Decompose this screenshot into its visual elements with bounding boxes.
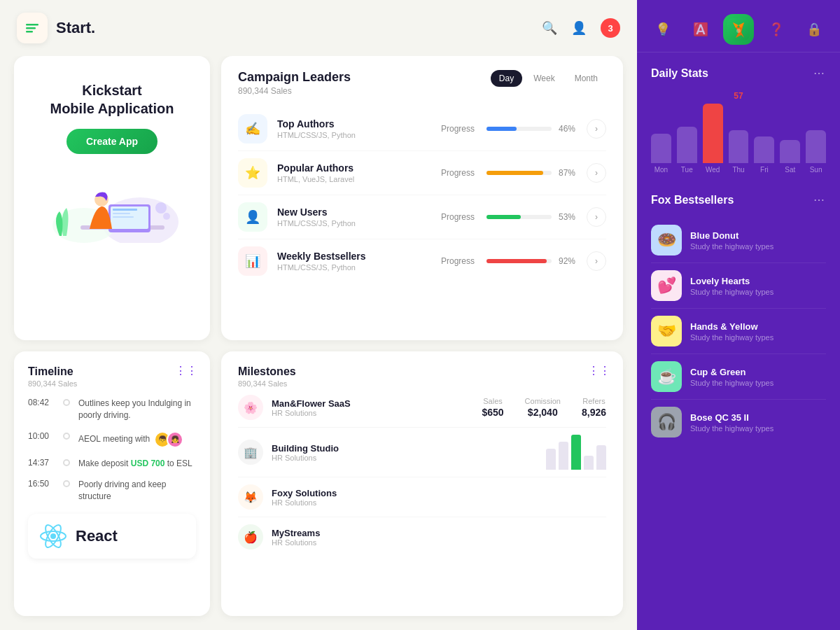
progress-bar — [486, 215, 521, 219]
bar-day-label: Tue — [681, 166, 693, 174]
svg-rect-8 — [113, 209, 137, 211]
svg-point-13 — [163, 213, 170, 220]
milestone-row: 🍎 MyStreams HR Solutions — [238, 517, 606, 556]
progress-bar-container — [486, 127, 552, 131]
header-icons: 🔍 👤 3 — [542, 18, 620, 38]
sidebar-icon-bulb[interactable]: 💡 — [648, 14, 678, 45]
bar-col: Sat — [780, 140, 800, 174]
campaign-subtitle: 890,344 Sales — [238, 86, 351, 96]
kickstart-title: Kickstart Mobile Application — [50, 81, 174, 118]
bar-chart: Mon Tue Wed Thu Fri Sat Sun — [651, 104, 826, 174]
bar — [754, 136, 774, 163]
leader-row: ✍️ Top Authors HTML/CSS/JS, Python Progr… — [238, 107, 606, 151]
progress-label: Progress — [441, 168, 479, 178]
bestseller-thumbnail: 🤝 — [651, 316, 682, 346]
timeline-card: Timeline 890,344 Sales ⋮⋮ 08:42 Outlines… — [14, 351, 210, 616]
highlight-bar — [703, 104, 723, 163]
bestseller-subtitle: Study the highway types — [690, 379, 774, 387]
create-app-button[interactable]: Create App — [66, 129, 158, 154]
progress-label: Progress — [441, 124, 479, 134]
filter-week[interactable]: Week — [525, 70, 563, 87]
bestseller-item: 🤝 Hands & Yellow Study the highway types — [651, 309, 826, 354]
bestseller-info: Lovely Hearts Study the highway types — [690, 276, 774, 296]
milestone-icon: 🏢 — [238, 440, 263, 465]
leader-name: New Users — [277, 206, 441, 218]
bar-col: Wed — [703, 104, 723, 174]
react-badge: React — [28, 514, 196, 559]
bestseller-subtitle: Study the highway types — [690, 288, 774, 296]
leader-chevron[interactable]: › — [587, 251, 606, 271]
leader-chevron[interactable]: › — [587, 163, 606, 183]
bestseller-item: 💕 Lovely Hearts Study the highway types — [651, 263, 826, 309]
sidebar-icon-lock[interactable]: 🔒 — [799, 14, 830, 45]
milestones-card: Milestones 890,344 Sales ⋮⋮ 🌸 Man&Flower… — [221, 351, 623, 616]
svg-rect-1 — [26, 27, 36, 29]
leader-tags: HTML/CSS/JS, Python — [277, 219, 441, 227]
sidebar-icon-fox[interactable] — [723, 14, 754, 45]
bestseller-item: ☕ Cup & Green Study the highway types — [651, 354, 826, 400]
bestseller-info: Hands & Yellow Study the highway types — [690, 321, 774, 342]
right-sidebar: 💡 🅰️ ❓ 🔒 Daily Stats ⋯ 57 Mon Tue — [637, 0, 840, 630]
bestseller-thumbnail: 🍩 — [651, 225, 682, 255]
milestone-name: Foxy Solutions — [272, 488, 337, 498]
sidebar-icon-alpha[interactable]: 🅰️ — [685, 14, 716, 45]
progress-pct: 46% — [559, 124, 581, 134]
leader-icon: ⭐ — [238, 158, 267, 188]
leader-name: Top Authors — [277, 118, 441, 130]
bestseller-name: Hands & Yellow — [690, 321, 774, 332]
sidebar-icon-question[interactable]: ❓ — [761, 14, 792, 45]
timeline-menu[interactable]: ⋮⋮ — [175, 364, 197, 377]
progress-bar-container — [486, 259, 552, 263]
milestone-type: HR Solutions — [272, 538, 320, 547]
bestseller-info: Blue Donut Study the highway types — [690, 230, 774, 251]
daily-stats-menu[interactable]: ⋯ — [813, 66, 826, 80]
bestseller-name: Bose QC 35 II — [690, 412, 774, 423]
leader-info: Popular Authors HTML, VueJS, Laravel — [277, 162, 441, 183]
svg-point-22 — [736, 29, 741, 33]
bestseller-subtitle: Study the highway types — [690, 242, 774, 251]
filter-month[interactable]: Month — [566, 70, 606, 87]
progress-bar — [486, 259, 547, 263]
filter-day[interactable]: Day — [491, 70, 522, 87]
leader-info: Top Authors HTML/CSS/JS, Python — [277, 118, 441, 139]
progress-pct: 87% — [559, 168, 581, 178]
progress-section: Progress 53% — [441, 212, 581, 222]
progress-label: Progress — [441, 256, 479, 266]
fox-bestsellers-menu[interactable]: ⋯ — [813, 193, 826, 206]
milestone-name: Building Studio — [272, 443, 339, 454]
milestones-menu[interactable]: ⋮⋮ — [588, 364, 610, 377]
leader-info: Weekly Bestsellers HTML/CSS/JS, Python — [277, 251, 441, 272]
bar-day-label: Sun — [810, 166, 822, 174]
milestone-type: HR Solutions — [272, 498, 337, 507]
leader-name: Weekly Bestsellers — [277, 251, 441, 262]
bestseller-name: Cup & Green — [690, 367, 774, 377]
milestone-icon: 🌸 — [238, 395, 263, 420]
search-icon[interactable]: 🔍 — [542, 20, 557, 36]
leader-name: Popular Authors — [277, 162, 441, 174]
bar-day-label: Mon — [654, 166, 668, 174]
notification-badge[interactable]: 3 — [601, 18, 620, 38]
progress-pct: 53% — [559, 212, 581, 222]
timeline-item: 10:00 AEOL meeting with 👦 👧 — [28, 431, 196, 448]
milestone-row: 🌸 Man&Flower SaaS HR Solutions Sales $65… — [238, 388, 606, 428]
leader-chevron[interactable]: › — [587, 207, 606, 227]
daily-stats-section: Daily Stats ⋯ 57 Mon Tue Wed Thu Fri Sat… — [637, 52, 840, 186]
logo-text: Start. — [56, 19, 95, 37]
daily-stats-title: Daily Stats — [651, 67, 708, 80]
milestone-name: MyStreams — [272, 528, 320, 538]
user-icon[interactable]: 👤 — [571, 20, 587, 36]
svg-rect-10 — [113, 216, 134, 218]
milestone-icon: 🦊 — [238, 484, 263, 510]
svg-point-14 — [50, 533, 56, 539]
milestone-stats: Sales $650 Comission $2,040 Refers 8,926 — [482, 397, 606, 418]
leader-chevron[interactable]: › — [587, 119, 606, 139]
bestseller-name: Lovely Hearts — [690, 276, 774, 286]
svg-rect-9 — [113, 213, 130, 214]
bar-day-label: Thu — [732, 166, 744, 174]
bar — [729, 130, 749, 163]
bestseller-name: Blue Donut — [690, 230, 774, 241]
fox-bestsellers-section: Fox Bestsellers ⋯ 🍩 Blue Donut Study the… — [637, 186, 840, 630]
svg-rect-2 — [26, 31, 33, 33]
progress-section: Progress 92% — [441, 256, 581, 266]
react-label: React — [76, 527, 118, 545]
